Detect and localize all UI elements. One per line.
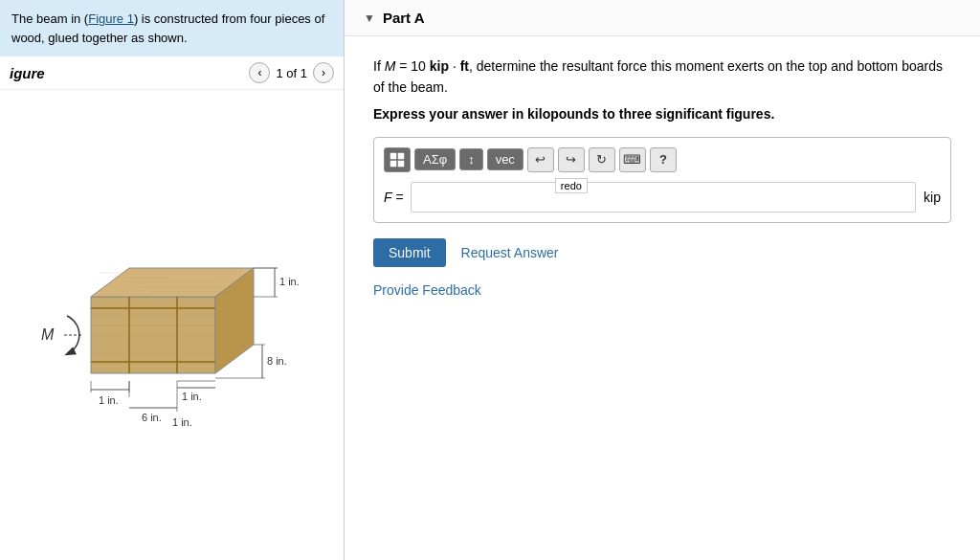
submit-button[interactable]: Submit bbox=[373, 238, 446, 267]
figure-area: igure ‹ 1 of 1 › bbox=[0, 56, 344, 560]
answer-box: ΑΣφ ↕ vec ↩ ↪ redo ↻ ⌨ ? F = kip bbox=[373, 137, 951, 223]
redo-container: ↪ redo bbox=[558, 147, 585, 172]
dim-1in-bottom-left: 1 in. bbox=[99, 394, 119, 406]
dim-1in-btm: 1 in. bbox=[172, 416, 192, 428]
request-answer-link[interactable]: Request Answer bbox=[461, 245, 559, 260]
svg-rect-35 bbox=[398, 153, 404, 159]
question-text: If M = 10 kip · ft, determine the result… bbox=[373, 56, 951, 99]
dim-1in-top: 1 in. bbox=[279, 276, 300, 287]
figure-link[interactable]: Figure 1 bbox=[88, 11, 134, 26]
figure-title: igure bbox=[10, 65, 45, 81]
figure-header: igure ‹ 1 of 1 › bbox=[0, 56, 344, 90]
dim-8in: 8 in. bbox=[267, 355, 287, 367]
greek-button[interactable]: ΑΣφ bbox=[414, 148, 456, 170]
svg-rect-34 bbox=[390, 153, 396, 159]
help-button[interactable]: ? bbox=[650, 147, 677, 172]
express-instruction: Express your answer in kilopounds to thr… bbox=[373, 106, 951, 122]
refresh-button[interactable]: ↻ bbox=[589, 147, 615, 172]
equation-label: F = bbox=[384, 190, 403, 205]
figure-page-count: 1 of 1 bbox=[276, 66, 307, 80]
dim-1in-bottom-right: 1 in. bbox=[182, 391, 202, 402]
provide-feedback-link[interactable]: Provide Feedback bbox=[373, 282, 481, 298]
undo-button[interactable]: ↩ bbox=[527, 147, 554, 172]
figure-canvas: M 1 in. 8 in. bbox=[0, 90, 344, 560]
part-content: If M = 10 kip · ft, determine the result… bbox=[345, 36, 980, 317]
answer-input[interactable] bbox=[411, 182, 916, 213]
part-title: Part A bbox=[383, 10, 425, 26]
m-label: M bbox=[41, 326, 55, 343]
redo-button[interactable]: ↪ bbox=[558, 147, 585, 172]
toolbar: ΑΣφ ↕ vec ↩ ↪ redo ↻ ⌨ ? bbox=[384, 147, 941, 172]
unit-label: kip bbox=[924, 190, 941, 205]
problem-description: The beam in (Figure 1) is constructed fr… bbox=[0, 0, 344, 56]
left-panel: The beam in (Figure 1) is constructed fr… bbox=[0, 0, 345, 560]
prev-figure-button[interactable]: ‹ bbox=[249, 62, 270, 83]
figure-navigation: ‹ 1 of 1 › bbox=[249, 62, 334, 83]
svg-rect-37 bbox=[398, 161, 404, 167]
keyboard-button[interactable]: ⌨ bbox=[619, 147, 646, 172]
next-figure-button[interactable]: › bbox=[313, 62, 334, 83]
collapse-icon[interactable]: ▼ bbox=[364, 11, 375, 25]
problem-text-prefix: The beam in ( bbox=[11, 11, 88, 26]
right-panel: ▼ Part A If M = 10 kip · ft, determine t… bbox=[345, 0, 980, 560]
answer-row: F = kip bbox=[384, 182, 941, 213]
part-header: ▼ Part A bbox=[345, 0, 980, 36]
vec-button[interactable]: vec bbox=[487, 148, 523, 170]
matrix-icon-button[interactable] bbox=[384, 147, 411, 172]
beam-svg: M 1 in. 8 in. bbox=[24, 220, 321, 431]
svg-rect-36 bbox=[390, 161, 396, 167]
dim-6in: 6 in. bbox=[142, 412, 162, 423]
arrows-button[interactable]: ↕ bbox=[459, 148, 483, 170]
action-row: Submit Request Answer bbox=[373, 238, 951, 267]
